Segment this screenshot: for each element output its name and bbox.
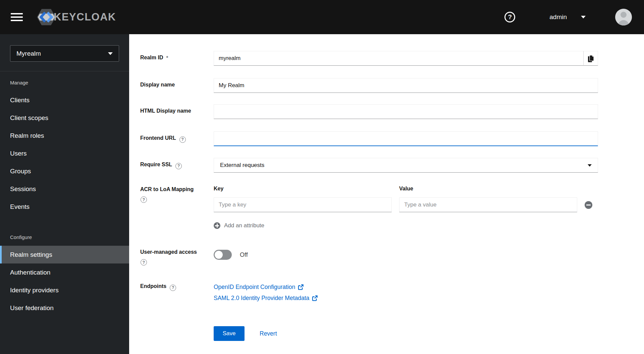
require-ssl-value: External requests — [220, 162, 264, 169]
user-managed-access-label: User-managed access — [140, 249, 197, 255]
nav-section-configure: Configure — [0, 216, 129, 246]
caret-down-icon — [588, 164, 592, 167]
brand-title: KEYCLOAK — [54, 11, 116, 23]
endpoints-help-icon[interactable] — [170, 285, 176, 291]
copy-icon — [587, 55, 594, 62]
external-link-icon — [312, 295, 318, 301]
sidebar-item-authentication[interactable]: Authentication — [0, 263, 129, 281]
realm-id-label-col: Realm ID* — [140, 51, 214, 66]
acr-value-header: Value — [399, 186, 585, 192]
acr-kv-row — [214, 197, 598, 212]
plus-circle-icon — [214, 222, 220, 229]
copy-button[interactable] — [583, 51, 598, 66]
frontend-url-input[interactable] — [214, 131, 598, 146]
openid-endpoint-link-label: OpenID Endpoint Configuration — [214, 282, 295, 293]
sidebar-item-user-federation[interactable]: User federation — [0, 299, 129, 317]
form-actions: Save Revert — [140, 326, 644, 341]
sidebar-item-identity-providers[interactable]: Identity providers — [0, 281, 129, 299]
endpoints-row: Endpoints OpenID Endpoint Configuration … — [140, 281, 644, 304]
hamburger-bar — [11, 13, 23, 14]
require-ssl-select[interactable]: External requests — [214, 158, 598, 173]
realm-settings-form: Realm ID* Display name — [129, 34, 644, 341]
uma-label-col: User-managed access — [140, 248, 214, 266]
frontend-url-label-col: Frontend URL — [140, 131, 214, 146]
sidebar-item-events[interactable]: Events — [0, 198, 129, 216]
acr-key-header: Key — [214, 186, 399, 192]
frontend-url-help-icon[interactable] — [179, 136, 186, 143]
saml-metadata-link-label: SAML 2.0 Identity Provider Metadata — [214, 293, 309, 304]
hamburger-bar — [11, 20, 23, 21]
remove-attribute-button[interactable] — [585, 201, 592, 209]
sidebar-item-users[interactable]: Users — [0, 144, 129, 162]
html-display-name-label-col: HTML Display name — [140, 104, 214, 119]
sidebar-item-realm-settings[interactable]: Realm settings — [0, 246, 129, 263]
sidebar-item-sessions[interactable]: Sessions — [0, 180, 129, 198]
require-ssl-row: Require SSL External requests — [140, 158, 644, 173]
sidebar-nav: Myrealm Manage Clients Client scopes Rea… — [0, 34, 129, 354]
caret-down-icon — [108, 52, 113, 55]
saml-metadata-link[interactable]: SAML 2.0 Identity Provider Metadata — [214, 293, 318, 304]
user-managed-access-toggle[interactable] — [214, 250, 232, 260]
display-name-label-col: Display name — [140, 78, 214, 93]
user-name: admin — [549, 13, 567, 21]
user-managed-access-row: User-managed access Off — [140, 248, 644, 266]
help-icon[interactable] — [504, 12, 515, 22]
revert-button[interactable]: Revert — [260, 330, 277, 337]
frontend-url-label: Frontend URL — [140, 135, 176, 141]
acr-mapping-label-col: ACR to LoA Mapping — [140, 185, 214, 229]
acr-kv-headers: Key Value — [214, 185, 598, 192]
acr-mapping-label: ACR to LoA Mapping — [140, 186, 194, 192]
add-attribute-label: Add an attribute — [224, 222, 264, 229]
realm-id-row: Realm ID* — [140, 51, 644, 66]
html-display-name-row: HTML Display name — [140, 104, 644, 119]
endpoints-label: Endpoints — [140, 283, 166, 289]
add-attribute-button[interactable]: Add an attribute — [214, 222, 264, 229]
hamburger-menu-icon[interactable] — [11, 11, 23, 23]
avatar[interactable] — [615, 9, 632, 25]
display-name-input[interactable] — [214, 78, 598, 93]
realm-id-input-group — [214, 51, 598, 66]
caret-down-icon — [581, 16, 586, 18]
hamburger-bar — [11, 16, 23, 18]
html-display-name-label: HTML Display name — [140, 108, 191, 114]
require-ssl-label-col: Require SSL — [140, 158, 214, 173]
realm-id-label: Realm ID — [140, 55, 163, 60]
frontend-url-row: Frontend URL — [140, 131, 644, 146]
keycloak-logo[interactable]: KEYCLOAK — [36, 8, 116, 26]
external-link-icon — [298, 284, 304, 290]
sidebar-item-clients[interactable]: Clients — [0, 91, 129, 109]
actions-spacer — [140, 332, 214, 336]
realm-selector-dropdown[interactable]: Myrealm — [10, 45, 119, 62]
keycloak-hexagon-icon — [36, 8, 56, 26]
require-ssl-label: Require SSL — [140, 162, 172, 167]
acr-mapping-help-icon[interactable] — [141, 196, 147, 203]
required-indicator: * — [166, 55, 168, 60]
html-display-name-input[interactable] — [214, 104, 598, 119]
sidebar-item-groups[interactable]: Groups — [0, 162, 129, 180]
realm-selector-value: Myrealm — [16, 50, 41, 57]
sidebar-item-client-scopes[interactable]: Client scopes — [0, 109, 129, 127]
nav-section-manage: Manage — [0, 71, 129, 91]
uma-control: Off — [214, 248, 598, 260]
user-menu[interactable]: admin — [549, 13, 586, 21]
acr-value-input[interactable] — [399, 197, 577, 212]
openid-endpoint-link[interactable]: OpenID Endpoint Configuration — [214, 282, 304, 293]
realm-id-input[interactable] — [214, 51, 583, 66]
toggle-state-label: Off — [240, 251, 248, 258]
display-name-label: Display name — [140, 82, 175, 87]
user-managed-access-help-icon[interactable] — [141, 259, 147, 266]
save-button[interactable]: Save — [214, 326, 245, 341]
topbar-right-group: admin — [504, 9, 632, 25]
endpoints-label-col: Endpoints — [140, 281, 214, 304]
display-name-row: Display name — [140, 78, 644, 93]
top-bar: KEYCLOAK admin — [0, 0, 644, 34]
acr-key-input[interactable] — [214, 197, 392, 212]
sidebar-item-realm-roles[interactable]: Realm roles — [0, 127, 129, 144]
acr-mapping-row: ACR to LoA Mapping Key Value Add an attr… — [140, 185, 644, 229]
require-ssl-help-icon[interactable] — [175, 163, 182, 169]
